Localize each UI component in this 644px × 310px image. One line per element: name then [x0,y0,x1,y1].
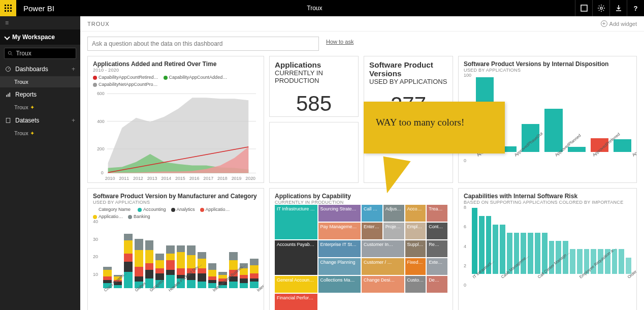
tile-apps-over-time[interactable]: Applications Added and Retired Over Time… [87,56,264,183]
sidebar-section-reports[interactable]: Reports [0,87,80,102]
kpi-value: 585 [275,91,353,116]
treemap-cell[interactable]: Emplo… [405,223,426,239]
sidebar: ≡ My Workspace Dashboards + Troux Report… [0,16,80,310]
svg-text:2020: 2020 [245,176,255,181]
sidebar-item-dataset-troux[interactable]: Troux✦ [0,128,80,139]
treemap-cell[interactable]: De… [427,276,447,293]
sidebar-item-report-troux[interactable]: Troux✦ [0,102,80,113]
treemap-cell[interactable]: Sourcing Strate… [318,205,361,222]
treemap-cell[interactable]: Collections Ma… [318,276,361,293]
workspace-selector[interactable]: My Workspace [0,29,80,45]
svg-text:2016: 2016 [189,176,200,181]
tile-capabilities-risk[interactable]: Capabilities with Internal Software Risk… [458,188,637,310]
tile-apps-by-capability[interactable]: Applications by Capability CURRENTLY IN … [269,188,453,310]
gear-icon [597,4,605,12]
help-button[interactable]: ? [627,0,644,16]
treemap-cell[interactable]: Enterprise Ar… [362,223,382,239]
svg-text:2014: 2014 [161,176,171,181]
treemap-cell[interactable]: Financial Performance … [275,294,317,310]
brand-label: Power BI [23,4,54,13]
treemap-cell[interactable]: Customer In… [362,240,404,257]
treemap-cell[interactable]: Conta… [427,223,447,239]
svg-text:2015: 2015 [175,176,185,181]
treemap-cell[interactable]: Exte… [427,258,447,275]
treemap-cell[interactable]: Re… [427,240,447,257]
sidebar-item-dashboard-troux[interactable]: Troux [0,76,80,87]
treemap-cell[interactable]: Accou… [405,205,426,222]
svg-rect-5 [10,8,12,9]
svg-rect-1 [8,5,9,6]
svg-line-14 [8,68,9,69]
area-chart: 600 400 200 0 20102011201220132014201520… [93,87,259,183]
chevron-down-icon [5,34,9,41]
svg-text:2012: 2012 [133,176,143,181]
treemap-cell[interactable]: Projec… [383,223,404,239]
sidebar-section-dashboards[interactable]: Dashboards + [0,62,80,76]
download-button[interactable] [609,0,627,16]
svg-rect-4 [8,8,9,9]
legend: CapabilityAppCountRetired… CapabilityApp… [93,75,259,87]
treemap-cell[interactable]: Accounts Payable (AP) … [275,240,317,275]
main-content: TROUX + Add widget How to ask Applicatio… [80,16,644,310]
treemap-cell[interactable]: Supplie… [405,240,426,257]
tile-kpi-applications[interactable]: Applications CURRENTLY IN PRODUCTION 585 [269,56,359,117]
svg-text:400: 400 [97,119,105,124]
add-dashboard-button[interactable]: + [72,66,75,73]
svg-rect-6 [5,10,6,12]
svg-text:2019: 2019 [232,176,242,181]
sidebar-search-input[interactable] [16,50,73,57]
treemap-cell[interactable]: IT Infrastructure Opera… [275,205,317,239]
star-icon: ✦ [30,130,35,136]
svg-rect-15 [6,95,7,97]
add-dataset-button[interactable]: + [72,117,75,124]
treemap-cell[interactable]: Fixed-A… [405,258,426,275]
datasets-icon [5,117,11,123]
settings-button[interactable] [592,0,609,16]
svg-text:600: 600 [97,91,105,96]
treemap-cell[interactable]: Custo… [405,276,426,293]
plus-circle-icon: + [601,20,607,27]
treemap-cell[interactable]: Trea… [427,205,447,222]
svg-rect-0 [5,5,6,6]
svg-text:2011: 2011 [119,176,129,181]
svg-text:200: 200 [97,146,105,151]
svg-text:2017: 2017 [203,176,213,181]
reports-icon [5,91,11,98]
svg-rect-9 [581,5,587,11]
add-widget-button[interactable]: + Add widget [601,20,637,27]
treemap-cell[interactable]: Enterprise IT St… [318,240,361,257]
treemap-cell[interactable]: Customer / … [362,258,404,275]
app-launcher-button[interactable] [0,0,16,16]
fullscreen-button[interactable] [575,0,592,16]
svg-point-10 [600,7,602,9]
sidebar-search[interactable] [4,48,76,59]
svg-rect-18 [6,118,10,123]
treemap-cell[interactable]: Call C… [362,205,382,222]
fullscreen-icon [580,4,588,12]
qa-input[interactable] [87,37,319,51]
svg-line-12 [11,54,13,55]
sidebar-toggle[interactable]: ≡ [0,16,80,29]
svg-text:2013: 2013 [147,176,157,181]
treemap: IT Infrastructure Opera…Sourcing Strate…… [275,205,447,310]
treemap-cell[interactable]: Pay Manageme… [318,223,361,239]
annotation-callout: WAY too many colors! [364,102,505,153]
sidebar-section-datasets[interactable]: Datasets + [0,113,80,128]
star-icon: ✦ [30,104,35,110]
download-icon [615,4,623,12]
tile-kpi-placeholder-1[interactable] [269,122,359,183]
how-to-ask-link[interactable]: How to ask [326,39,353,45]
legend: Category NameAccountingAnalyticsApplicat… [93,207,259,219]
treemap-cell[interactable]: General Accounting Pe… [275,276,317,293]
treemap-cell[interactable]: Adjust… [383,205,404,222]
svg-text:0: 0 [101,170,104,175]
svg-point-11 [8,51,11,54]
svg-rect-2 [10,5,12,6]
svg-rect-17 [9,92,10,97]
treemap-cell[interactable]: Change Desi… [362,276,404,293]
svg-rect-7 [8,10,9,12]
tile-version-by-manufacturer[interactable]: Software Product Version by Manufacturer… [87,188,264,310]
waffle-icon [4,4,12,12]
treemap-cell[interactable]: Change Planning [318,258,361,275]
help-icon: ? [634,5,638,12]
